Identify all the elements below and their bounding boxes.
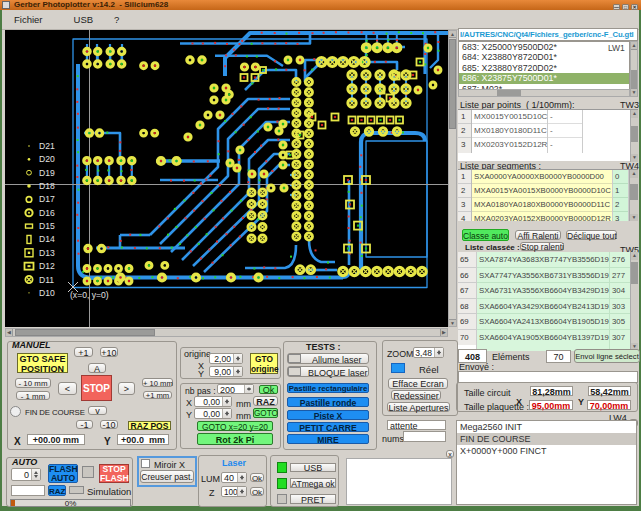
svg-text:D21: D21 (39, 141, 55, 151)
svg-text:D10: D10 (39, 288, 55, 298)
svg-text:D20: D20 (39, 154, 55, 164)
svg-text:D13: D13 (39, 248, 55, 258)
svg-text:D18: D18 (39, 181, 55, 191)
svg-text:D19: D19 (39, 168, 55, 178)
svg-text:D11: D11 (39, 275, 54, 285)
svg-text:D17: D17 (39, 194, 55, 204)
svg-text:D15: D15 (39, 221, 55, 231)
svg-text:D14: D14 (39, 234, 55, 244)
svg-text:D16: D16 (39, 208, 55, 218)
svg-text:D12: D12 (39, 261, 55, 271)
svg-text:(x=0, y=0): (x=0, y=0) (70, 290, 109, 300)
